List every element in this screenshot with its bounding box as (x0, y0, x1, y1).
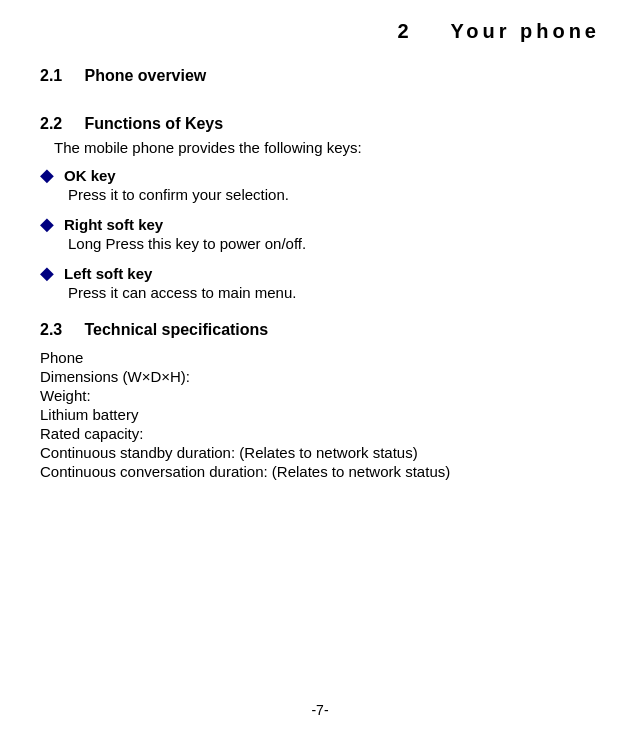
bullet-diamond-ok: ◆ (40, 164, 54, 186)
key-desc-ok: Press it to confirm your selection. (68, 186, 600, 203)
key-name-left-soft: Left soft key (64, 265, 152, 282)
section-21-heading: 2.1 Phone overview (40, 67, 600, 85)
key-desc-right-soft: Long Press this key to power on/off. (68, 235, 600, 252)
section-21-label: 2.1 (40, 67, 62, 84)
keys-intro: The mobile phone provides the following … (54, 139, 600, 156)
section-23-heading: 2.3 Technical specifications (40, 321, 600, 339)
key-name-right-soft: Right soft key (64, 216, 163, 233)
spec-6: Continuous conversation duration: (Relat… (40, 463, 600, 480)
chapter-title: 2 Your phone (40, 20, 600, 43)
spec-0: Phone (40, 349, 600, 366)
chapter-number: 2 (397, 20, 412, 42)
section-23-title: Technical specifications (84, 321, 268, 338)
section-22-label: 2.2 (40, 115, 62, 132)
key-name-ok: OK key (64, 167, 116, 184)
bullet-diamond-right: ◆ (40, 213, 54, 235)
spec-5: Continuous standby duration: (Relates to… (40, 444, 600, 461)
bullet-diamond-left: ◆ (40, 262, 54, 284)
section-23-label: 2.3 (40, 321, 62, 338)
section-21-title: Phone overview (84, 67, 206, 84)
section-22-title: Functions of Keys (84, 115, 223, 132)
section-21: 2.1 Phone overview (40, 67, 600, 85)
spec-list: Phone Dimensions (W×D×H): Weight: Lithiu… (40, 349, 600, 480)
page-number: -7- (0, 702, 640, 718)
section-22-heading: 2.2 Functions of Keys (40, 115, 600, 133)
spec-1: Dimensions (W×D×H): (40, 368, 600, 385)
key-desc-left-soft: Press it can access to main menu. (68, 284, 600, 301)
spec-2: Weight: (40, 387, 600, 404)
page: 2 Your phone 2.1 Phone overview 2.2 Func… (0, 0, 640, 734)
key-item-ok: ◆ OK key Press it to confirm your select… (40, 164, 600, 207)
spec-4: Rated capacity: (40, 425, 600, 442)
section-22: 2.2 Functions of Keys The mobile phone p… (40, 115, 600, 305)
chapter-heading: Your phone (450, 20, 600, 42)
section-23: 2.3 Technical specifications Phone Dimen… (40, 321, 600, 480)
spec-3: Lithium battery (40, 406, 600, 423)
key-item-right-soft: ◆ Right soft key Long Press this key to … (40, 213, 600, 256)
key-item-left-soft: ◆ Left soft key Press it can access to m… (40, 262, 600, 305)
